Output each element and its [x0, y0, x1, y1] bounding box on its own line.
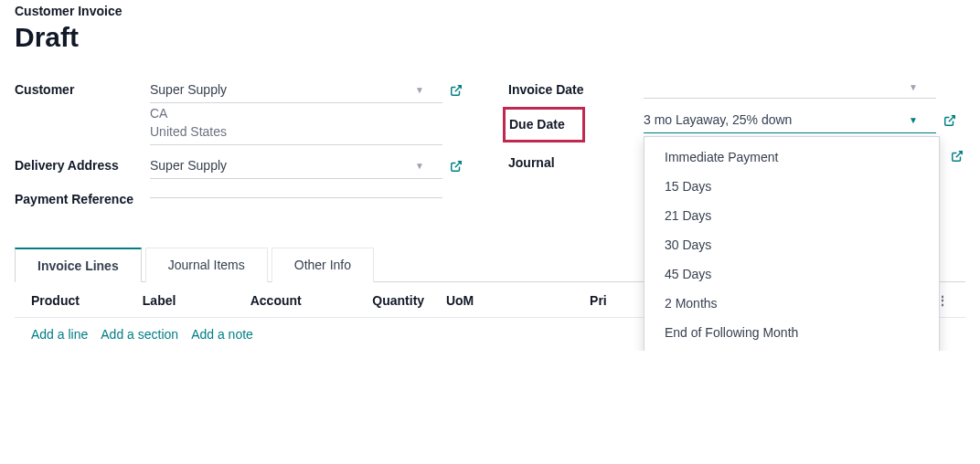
th-quantity: Quantity: [372, 293, 446, 308]
journal-label: Journal: [508, 150, 644, 173]
add-line-link[interactable]: Add a line: [31, 327, 88, 342]
th-label: Label: [143, 293, 250, 308]
dropdown-search-more[interactable]: Search More...: [644, 347, 939, 351]
add-note-link[interactable]: Add a note: [191, 327, 253, 342]
payment-reference-label: Payment Reference: [15, 186, 150, 209]
invoice-date-label: Invoice Date: [508, 77, 644, 100]
invoice-date-input[interactable]: ▼: [644, 77, 936, 99]
tab-journal-items[interactable]: Journal Items: [145, 248, 268, 282]
delivery-address-label: Delivery Address: [15, 153, 150, 175]
th-product: Product: [31, 293, 143, 308]
dropdown-option-immediate[interactable]: Immediate Payment: [644, 142, 939, 172]
breadcrumb: Customer Invoice: [15, 0, 965, 18]
delivery-address-value: Super Supply: [150, 158, 227, 173]
add-section-link[interactable]: Add a section: [101, 327, 178, 342]
chevron-down-icon: ▼: [909, 115, 918, 125]
customer-label: Customer: [15, 77, 150, 100]
external-link-icon[interactable]: [951, 150, 964, 163]
delivery-address-input[interactable]: Super Supply ▼: [150, 153, 442, 179]
external-link-icon[interactable]: [450, 84, 463, 97]
th-account: Account: [250, 293, 373, 308]
customer-address: CA United States: [150, 105, 442, 145]
customer-input[interactable]: Super Supply ▼: [150, 77, 442, 103]
dropdown-option-45-days[interactable]: 45 Days: [644, 259, 939, 289]
th-uom: UoM: [446, 293, 590, 308]
chevron-down-icon: ▼: [415, 85, 424, 95]
chevron-down-icon: ▼: [909, 82, 918, 92]
tab-invoice-lines[interactable]: Invoice Lines: [15, 248, 142, 282]
external-link-icon[interactable]: [943, 114, 956, 127]
dropdown-option-15-days[interactable]: 15 Days: [644, 172, 939, 201]
customer-value: Super Supply: [150, 82, 227, 97]
due-date-value: 3 mo Layaway, 25% down: [644, 112, 792, 127]
dropdown-option-21-days[interactable]: 21 Days: [644, 201, 939, 230]
payment-terms-dropdown: Immediate Payment 15 Days 21 Days 30 Day…: [644, 136, 940, 351]
due-date-label: Due Date: [503, 107, 585, 142]
tab-other-info[interactable]: Other Info: [272, 248, 374, 282]
due-date-input[interactable]: 3 mo Layaway, 25% down ▼: [644, 107, 936, 133]
chevron-down-icon: ▼: [415, 161, 424, 171]
page-title: Draft: [15, 22, 965, 53]
external-link-icon[interactable]: [450, 160, 463, 173]
dropdown-option-end-month[interactable]: End of Following Month: [644, 318, 939, 347]
dropdown-option-2-months[interactable]: 2 Months: [644, 289, 939, 318]
dropdown-option-30-days[interactable]: 30 Days: [644, 230, 939, 259]
payment-reference-input[interactable]: [150, 186, 442, 198]
